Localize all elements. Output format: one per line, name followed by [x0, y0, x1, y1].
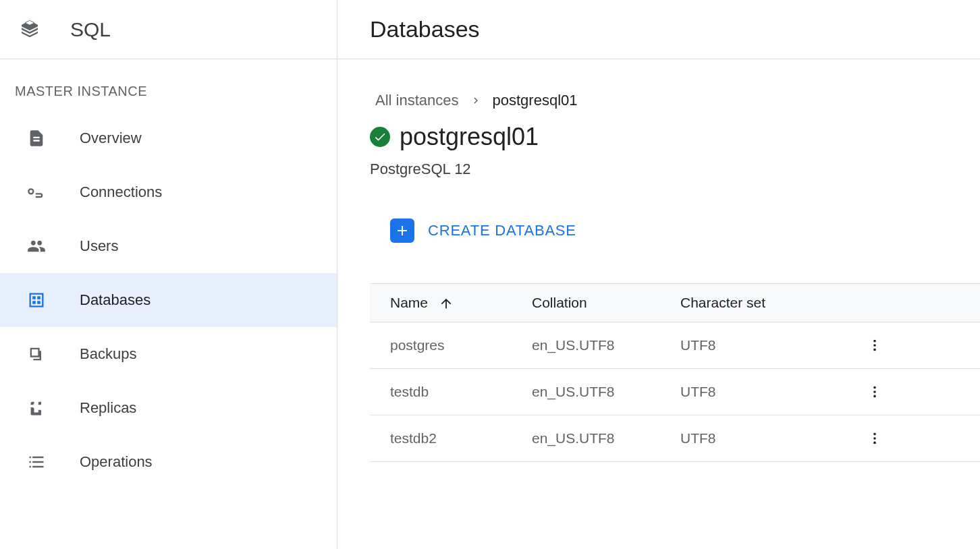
replicas-icon	[26, 397, 47, 419]
table-row: testdben_US.UTF8UTF8	[370, 369, 980, 415]
col-header-name[interactable]: Name	[370, 284, 512, 322]
content: All instances postgresql01 postgresql01 …	[337, 59, 980, 462]
connections-icon	[26, 181, 47, 203]
instance-heading: postgresql01	[370, 123, 980, 151]
svg-point-4	[873, 391, 876, 394]
svg-point-6	[873, 433, 876, 436]
row-actions-menu[interactable]	[863, 426, 887, 451]
svg-point-5	[873, 395, 876, 398]
svg-point-3	[873, 386, 876, 389]
sidebar-item-databases[interactable]: Databases	[0, 273, 337, 327]
svg-point-0	[873, 340, 876, 343]
sidebar-item-overview[interactable]: Overview	[0, 111, 337, 165]
sidebar-nav: Overview Connections Users Databases Bac…	[0, 111, 337, 489]
plus-icon	[390, 219, 414, 243]
main: Databases All instances postgresql01 pos…	[337, 0, 980, 549]
table-row: postgresen_US.UTF8UTF8	[370, 322, 980, 369]
row-actions-menu[interactable]	[863, 333, 887, 357]
sidebar-item-replicas[interactable]: Replicas	[0, 381, 337, 435]
status-ok-icon	[370, 127, 390, 147]
sidebar-item-users[interactable]: Users	[0, 219, 337, 273]
sql-logo-icon	[19, 19, 40, 40]
svg-point-1	[873, 345, 876, 347]
breadcrumb-current: postgresql01	[493, 92, 578, 109]
table-row: testdb2en_US.UTF8UTF8	[370, 415, 980, 462]
svg-point-8	[873, 442, 876, 444]
sidebar-item-operations[interactable]: Operations	[0, 435, 337, 489]
main-header: Databases	[337, 0, 980, 59]
breadcrumb-root[interactable]: All instances	[375, 92, 459, 109]
breadcrumb: All instances postgresql01	[370, 92, 980, 109]
instance-version: PostgreSQL 12	[370, 161, 980, 178]
overview-icon	[26, 127, 47, 149]
create-database-label: CREATE DATABASE	[428, 222, 576, 239]
svg-point-7	[873, 438, 876, 440]
row-actions-menu[interactable]	[863, 380, 887, 404]
databases-table: Name Collation Character set postgresen_…	[370, 283, 980, 462]
cell-collation: en_US.UTF8	[512, 369, 660, 415]
sidebar-item-label: Operations	[80, 453, 153, 471]
cell-name: postgres	[370, 322, 512, 369]
col-header-charset[interactable]: Character set	[660, 284, 842, 322]
sidebar-item-label: Connections	[80, 183, 162, 201]
instance-name: postgresql01	[400, 123, 539, 151]
users-icon	[26, 235, 47, 257]
sort-asc-icon	[439, 296, 454, 311]
operations-icon	[26, 451, 47, 473]
sidebar-item-label: Replicas	[80, 399, 136, 417]
cell-actions	[842, 322, 980, 369]
cell-charset: UTF8	[660, 369, 842, 415]
sidebar-section-label: MASTER INSTANCE	[0, 59, 337, 111]
col-header-name-label: Name	[390, 295, 428, 310]
sidebar-item-connections[interactable]: Connections	[0, 165, 337, 219]
col-header-collation[interactable]: Collation	[512, 284, 660, 322]
app-title: SQL	[70, 18, 111, 41]
cell-actions	[842, 415, 980, 462]
create-database-button[interactable]: CREATE DATABASE	[390, 219, 576, 243]
cell-actions	[842, 369, 980, 415]
sidebar: SQL MASTER INSTANCE Overview Connections…	[0, 0, 337, 549]
backups-icon	[26, 343, 47, 365]
chevron-right-icon	[470, 94, 482, 107]
cell-name: testdb2	[370, 415, 512, 462]
sidebar-item-label: Databases	[80, 291, 151, 309]
cell-collation: en_US.UTF8	[512, 322, 660, 369]
sidebar-item-label: Users	[80, 237, 118, 255]
cell-name: testdb	[370, 369, 512, 415]
databases-icon	[26, 289, 47, 311]
page-title: Databases	[370, 16, 480, 42]
svg-point-2	[873, 349, 876, 351]
sidebar-item-label: Backups	[80, 345, 136, 363]
cell-collation: en_US.UTF8	[512, 415, 660, 462]
app-header: SQL	[0, 0, 337, 59]
cell-charset: UTF8	[660, 322, 842, 369]
sidebar-item-backups[interactable]: Backups	[0, 327, 337, 381]
cell-charset: UTF8	[660, 415, 842, 462]
sidebar-item-label: Overview	[80, 129, 142, 147]
col-header-actions	[842, 284, 980, 322]
